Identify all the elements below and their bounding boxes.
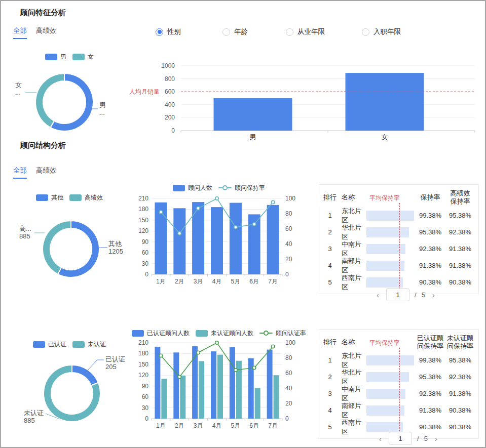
- name-cell: 华北片区: [338, 368, 366, 386]
- bar[interactable]: [211, 207, 223, 274]
- table-row[interactable]: 4南部片区91.38%90.38%: [318, 402, 478, 419]
- value-cell: 95.38%: [416, 373, 444, 381]
- bar[interactable]: [173, 208, 185, 274]
- table-header: 排行名称平均保持率保持率高绩效保持率: [318, 185, 478, 207]
- chart-text: 2月: [175, 278, 184, 285]
- features-tabs: 全部高绩效: [13, 26, 57, 39]
- legend-item[interactable]: 未认证顾问人数: [196, 329, 253, 338]
- value-cell: 90.38%: [446, 406, 474, 415]
- table-row[interactable]: 2华北片区95.38%92.38%: [318, 369, 478, 385]
- donut-slice[interactable]: [35, 73, 64, 128]
- table-row[interactable]: 1东北片区99.38%95.38%: [318, 207, 478, 224]
- value-cell: 91.38%: [416, 262, 444, 270]
- bar[interactable]: [161, 379, 167, 419]
- legend-label: 女: [88, 53, 94, 61]
- chart-text: ...: [99, 109, 105, 116]
- legend-item[interactable]: 顾问保持率: [218, 184, 265, 192]
- line-point[interactable]: [215, 341, 218, 344]
- bar[interactable]: [173, 352, 179, 419]
- rank-cell: 1: [322, 356, 338, 364]
- line-point[interactable]: [234, 369, 237, 372]
- radio-icon[interactable]: [222, 28, 230, 36]
- section-structure-title: 顾问结构分析: [20, 141, 66, 150]
- donut-slice[interactable]: [72, 365, 98, 385]
- bar[interactable]: [199, 361, 204, 419]
- bar[interactable]: [155, 347, 160, 419]
- chart-text: 885: [19, 232, 30, 240]
- radio-icon[interactable]: [156, 28, 163, 36]
- table-row[interactable]: 1东北片区99.38%95.38%: [318, 352, 478, 369]
- line-point[interactable]: [253, 223, 256, 226]
- legend-item[interactable]: 高绩效: [69, 193, 103, 202]
- structure-combo-chart: 顾问人数顾问保持率 030609012015018021002040608010…: [130, 182, 308, 292]
- bar[interactable]: [192, 202, 204, 274]
- bar[interactable]: [180, 376, 185, 419]
- legend-item[interactable]: 已认证: [33, 340, 66, 349]
- legend-item[interactable]: 其他: [36, 193, 63, 202]
- radio-option[interactable]: 年龄: [222, 27, 248, 36]
- chart-text: 150: [138, 217, 148, 224]
- prev-page-button[interactable]: ‹: [377, 434, 384, 443]
- chart-legend: 其他高绩效: [6, 192, 133, 202]
- chart-text: 0: [285, 271, 289, 278]
- bar-男[interactable]: [214, 98, 292, 131]
- bar[interactable]: [230, 203, 242, 274]
- legend-item[interactable]: 未认证: [72, 340, 106, 349]
- bar[interactable]: [274, 375, 279, 419]
- table-row[interactable]: 3中南片区92.38%91.38%: [318, 385, 478, 402]
- legend-item[interactable]: 已认证顾问人数: [132, 329, 190, 338]
- table-row[interactable]: 2华北片区95.38%92.38%: [318, 224, 478, 240]
- current-page-input[interactable]: 1: [389, 432, 412, 445]
- line-point[interactable]: [159, 211, 162, 214]
- certification-rank-table: 排行名称平均保持率已认证顾问保持率未认证顾问保持率1东北片区99.38%95.3…: [318, 329, 479, 439]
- chart-legend: 已认证未认证: [6, 339, 133, 349]
- line-point[interactable]: [215, 197, 218, 200]
- combo-svg: 03060901201501802100204060801001月2月3月4月5…: [130, 193, 308, 292]
- line-point[interactable]: [159, 354, 162, 357]
- line-point[interactable]: [178, 375, 181, 378]
- bar[interactable]: [217, 355, 223, 419]
- prev-page-button[interactable]: ‹: [375, 291, 381, 299]
- radio-option[interactable]: 性别: [156, 27, 181, 36]
- radio-option[interactable]: 从业年限: [286, 27, 325, 36]
- line-point[interactable]: [271, 345, 274, 348]
- tab-全部[interactable]: 全部: [13, 166, 27, 179]
- radio-icon[interactable]: [362, 28, 369, 36]
- structure-donut-chart: 其他高绩效 高...885其他1205: [6, 192, 133, 289]
- name-cell: 东北片区: [338, 207, 366, 225]
- donut-slice[interactable]: [43, 221, 71, 274]
- retention-bar: [366, 355, 414, 365]
- radio-icon[interactable]: [286, 28, 293, 36]
- bar-女[interactable]: [346, 73, 424, 131]
- line-point[interactable]: [253, 366, 256, 369]
- line-point[interactable]: [271, 200, 274, 203]
- legend-item[interactable]: 男: [45, 53, 66, 61]
- tab-高绩效[interactable]: 高绩效: [36, 166, 57, 179]
- current-page-input[interactable]: 1: [386, 288, 409, 301]
- bar[interactable]: [211, 351, 216, 419]
- chart-text: 90: [142, 383, 149, 390]
- table-row[interactable]: 3中南片区92.38%91.38%: [318, 240, 478, 257]
- line-point[interactable]: [234, 226, 237, 229]
- tab-高绩效[interactable]: 高绩效: [36, 26, 57, 39]
- bar-legend-icon: [36, 194, 48, 201]
- line-point[interactable]: [197, 207, 200, 210]
- next-page-button[interactable]: ›: [433, 434, 439, 443]
- chart-text: 女: [15, 81, 22, 89]
- table-row[interactable]: 4南部片区91.38%91.38%: [318, 257, 478, 274]
- line-point[interactable]: [197, 351, 200, 354]
- next-page-button[interactable]: ›: [430, 291, 437, 299]
- line-point[interactable]: [178, 232, 181, 235]
- bar-legend-icon: [173, 185, 185, 191]
- legend-item[interactable]: 顾问认证率: [259, 329, 306, 338]
- legend-item[interactable]: 顾问人数: [173, 184, 212, 192]
- bar-cell: [366, 372, 415, 382]
- bar[interactable]: [267, 205, 279, 274]
- tab-全部[interactable]: 全部: [13, 26, 27, 39]
- bar[interactable]: [255, 388, 260, 419]
- legend-item[interactable]: 女: [72, 53, 94, 61]
- bar[interactable]: [267, 350, 273, 419]
- bar[interactable]: [230, 347, 235, 419]
- combo-svg: 03060901201501802100204060801001月2月3月4月5…: [130, 339, 308, 437]
- radio-option[interactable]: 入职年限: [362, 27, 401, 36]
